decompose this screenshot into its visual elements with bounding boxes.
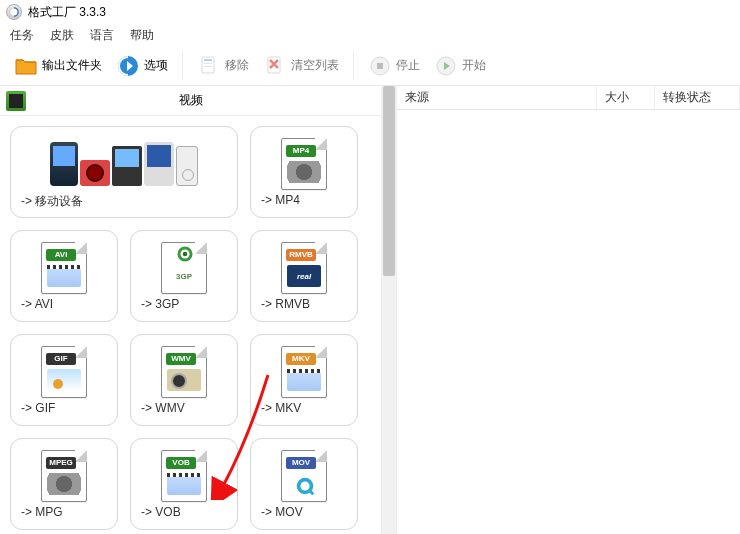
svg-rect-8 — [377, 63, 383, 69]
device-pda-icon — [144, 142, 174, 186]
menu-help[interactable]: 帮助 — [130, 27, 154, 44]
left-pane: 视频 -> 移动设备 MP4 -> MP4 — [0, 86, 381, 534]
toolbar: 输出文件夹 选项 移除 清空列表 停止 开始 — [0, 46, 740, 86]
gif-file-icon: GIF — [41, 346, 87, 398]
job-list: 来源 大小 转换状态 — [397, 86, 740, 534]
stop-button[interactable]: 停止 — [364, 51, 424, 81]
tile-rmvb[interactable]: RMVBreal -> RMVB — [250, 230, 358, 322]
menu-lang[interactable]: 语言 — [90, 27, 114, 44]
content: 视频 -> 移动设备 MP4 -> MP4 — [0, 86, 740, 534]
app-icon — [6, 4, 22, 20]
col-size[interactable]: 大小 — [597, 86, 655, 109]
mpeg-file-icon: MPEG — [41, 450, 87, 502]
remove-button[interactable]: 移除 — [193, 51, 253, 81]
clear-label: 清空列表 — [291, 57, 339, 74]
options-button[interactable]: 选项 — [112, 51, 172, 81]
device-ipod-icon — [176, 146, 198, 186]
col-source[interactable]: 来源 — [397, 86, 597, 109]
tile-label: -> MKV — [261, 401, 347, 419]
category-header[interactable]: 视频 — [0, 86, 381, 116]
menu-task[interactable]: 任务 — [10, 27, 34, 44]
tile-label: -> 3GP — [141, 297, 227, 315]
titlebar: 格式工厂 3.3.3 — [0, 0, 740, 24]
list-header: 来源 大小 转换状态 — [397, 86, 740, 110]
tile-label: -> MP4 — [261, 193, 347, 211]
wmv-file-icon: WMV — [161, 346, 207, 398]
svg-point-14 — [300, 481, 309, 490]
tile-label: -> RMVB — [261, 297, 347, 315]
col-status[interactable]: 转换状态 — [655, 86, 740, 109]
tile-wmv[interactable]: WMV -> WMV — [130, 334, 238, 426]
tile-avi[interactable]: AVI -> AVI — [10, 230, 118, 322]
svg-point-12 — [183, 252, 188, 257]
stop-icon — [368, 54, 392, 78]
avi-file-icon: AVI — [41, 242, 87, 294]
start-label: 开始 — [462, 57, 486, 74]
clear-icon — [263, 54, 287, 78]
svg-rect-3 — [204, 59, 212, 61]
tile-mkv[interactable]: MKV -> MKV — [250, 334, 358, 426]
device-camera-icon — [80, 160, 110, 186]
clapper-icon — [6, 91, 26, 111]
tile-label: -> GIF — [21, 401, 107, 419]
stop-label: 停止 — [396, 57, 420, 74]
folder-icon — [14, 54, 38, 78]
svg-rect-4 — [204, 63, 212, 64]
tile-label: -> WMV — [141, 401, 227, 419]
rmvb-file-icon: RMVBreal — [281, 242, 327, 294]
options-label: 选项 — [144, 57, 168, 74]
start-button[interactable]: 开始 — [430, 51, 490, 81]
tile-mov[interactable]: MOV -> MOV — [250, 438, 358, 530]
tile-3gp[interactable]: 3GP -> 3GP — [130, 230, 238, 322]
tile-label: -> MOV — [261, 505, 347, 523]
clear-button[interactable]: 清空列表 — [259, 51, 343, 81]
tile-mobile[interactable]: -> 移动设备 — [10, 126, 238, 218]
3gp-file-icon: 3GP — [161, 242, 207, 294]
menu-skin[interactable]: 皮肤 — [50, 27, 74, 44]
window-title: 格式工厂 3.3.3 — [28, 4, 106, 21]
toolbar-separator-2 — [353, 52, 354, 80]
tile-mpg[interactable]: MPEG -> MPG — [10, 438, 118, 530]
format-grid: -> 移动设备 MP4 -> MP4 AVI -> AVI 3GP -> 3GP… — [0, 116, 381, 534]
menubar: 任务 皮肤 语言 帮助 — [0, 24, 740, 46]
tile-label: -> 移动设备 — [21, 193, 227, 211]
output-folder-label: 输出文件夹 — [42, 57, 102, 74]
remove-label: 移除 — [225, 57, 249, 74]
devices-art — [21, 135, 227, 193]
remove-icon — [197, 54, 221, 78]
svg-rect-5 — [204, 66, 212, 67]
device-phone-icon — [50, 142, 78, 186]
tile-mp4[interactable]: MP4 -> MP4 — [250, 126, 358, 218]
output-folder-button[interactable]: 输出文件夹 — [10, 51, 106, 81]
category-label: 视频 — [179, 92, 203, 109]
mkv-file-icon: MKV — [281, 346, 327, 398]
right-pane: 来源 大小 转换状态 — [381, 86, 740, 534]
left-scrollbar-track[interactable] — [381, 86, 397, 534]
toolbar-separator — [182, 52, 183, 80]
tile-label: -> AVI — [21, 297, 107, 315]
mov-file-icon: MOV — [281, 450, 327, 502]
tile-vob[interactable]: VOB -> VOB — [130, 438, 238, 530]
device-bar-phone-icon — [112, 146, 142, 186]
tile-label: -> VOB — [141, 505, 227, 523]
scrollbar-thumb[interactable] — [383, 86, 395, 276]
tile-label: -> MPG — [21, 505, 107, 523]
vob-file-icon: VOB — [161, 450, 207, 502]
mp4-file-icon: MP4 — [281, 138, 327, 190]
tile-gif[interactable]: GIF -> GIF — [10, 334, 118, 426]
start-icon — [434, 54, 458, 78]
options-icon — [116, 54, 140, 78]
